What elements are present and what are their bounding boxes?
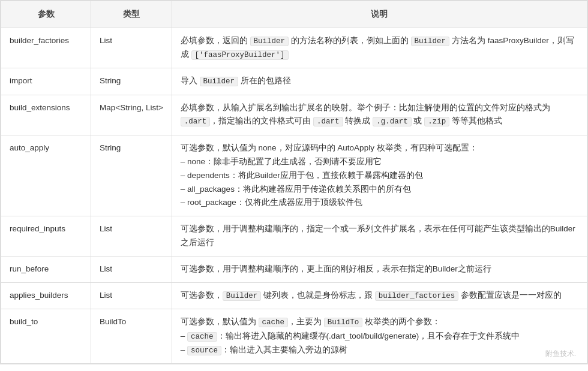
table-row: build_toBuildTo可选参数，默认值为 cache，主要为 Build… bbox=[1, 309, 587, 364]
param-desc: 可选参数，用于调整构建顺序的，指定一个或一系列文件扩展名，表示在任何可能产生该类… bbox=[172, 216, 587, 257]
param-desc: 必填参数，返回的 Builder 的方法名称的列表，例如上面的 Builder … bbox=[172, 28, 587, 68]
table-row: importString导入 Builder 所在的包路径 bbox=[1, 68, 587, 95]
table-row: builder_factoriesList必填参数，返回的 Builder 的方… bbox=[1, 28, 587, 68]
param-desc: 必填参数，从输入扩展名到输出扩展名的映射。举个例子：比如注解使用的位置的文件对应… bbox=[172, 95, 587, 135]
param-name: builder_factories bbox=[1, 28, 91, 68]
table-header-row: 参数 类型 说明 bbox=[1, 1, 587, 28]
param-name: applies_builders bbox=[1, 283, 91, 309]
param-name: required_inputs bbox=[1, 216, 91, 257]
param-desc: 可选参数，Builder 键列表，也就是身份标志，跟 builder_facto… bbox=[172, 283, 587, 309]
param-desc: 导入 Builder 所在的包路径 bbox=[172, 68, 587, 95]
param-type: List bbox=[91, 216, 172, 257]
param-type: String bbox=[91, 68, 172, 95]
param-type: List bbox=[91, 283, 172, 309]
param-name: build_extensions bbox=[1, 95, 91, 135]
table-row: auto_applyString可选参数，默认值为 none，对应源码中的 Au… bbox=[1, 135, 587, 216]
param-name: run_before bbox=[1, 257, 91, 283]
param-type: List bbox=[91, 257, 172, 283]
param-type: List bbox=[91, 28, 172, 68]
param-name: build_to bbox=[1, 309, 91, 364]
param-desc: 可选参数，默认值为 cache，主要为 BuildTo 枚举类的两个参数：– c… bbox=[172, 309, 587, 364]
param-type: Map<String, List> bbox=[91, 95, 172, 135]
table-row: build_extensionsMap<String, List>必填参数，从输… bbox=[1, 95, 587, 135]
param-name: auto_apply bbox=[1, 135, 91, 216]
col-header-desc: 说明 bbox=[172, 1, 587, 28]
col-header-param: 参数 bbox=[1, 1, 91, 28]
param-desc: 可选参数，默认值为 none，对应源码中的 AutoApply 枚举类，有四种可… bbox=[172, 135, 587, 216]
col-header-type: 类型 bbox=[91, 1, 172, 28]
params-table-container: 参数 类型 说明 builder_factoriesList必填参数，返回的 B… bbox=[0, 0, 588, 364]
param-type: String bbox=[91, 135, 172, 216]
table-row: run_beforeList可选参数，用于调整构建顺序的，更上面的刚好相反，表示… bbox=[1, 257, 587, 283]
params-table: 参数 类型 说明 builder_factoriesList必填参数，返回的 B… bbox=[1, 1, 587, 364]
table-row: applies_buildersList可选参数，Builder 键列表，也就是… bbox=[1, 283, 587, 309]
param-type: BuildTo bbox=[91, 309, 172, 364]
param-name: import bbox=[1, 68, 91, 95]
param-desc: 可选参数，用于调整构建顺序的，更上面的刚好相反，表示在指定的Builder之前运… bbox=[172, 257, 587, 283]
table-row: required_inputsList可选参数，用于调整构建顺序的，指定一个或一… bbox=[1, 216, 587, 257]
